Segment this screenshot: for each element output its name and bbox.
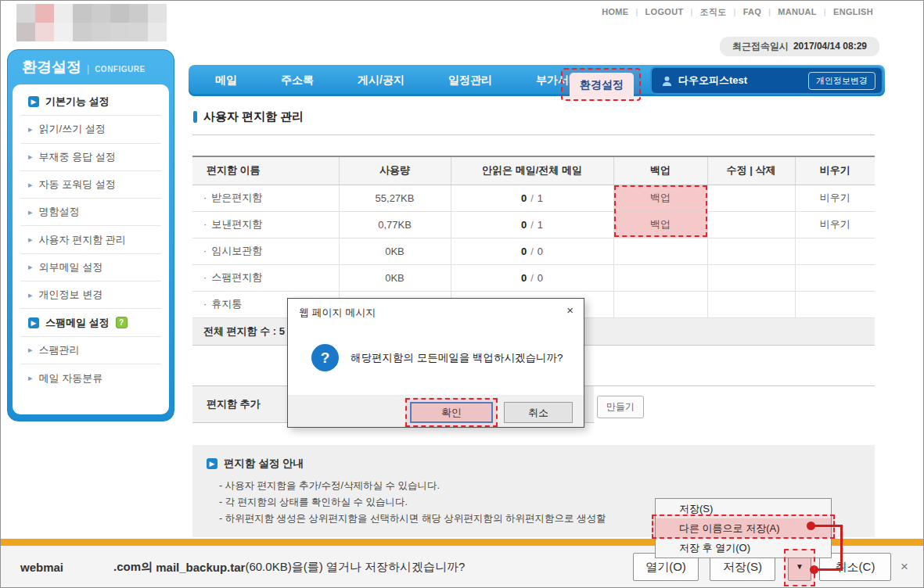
person-icon: [661, 75, 673, 87]
col-empty: 비우기: [795, 156, 875, 185]
link-english[interactable]: ENGLISH: [833, 7, 873, 16]
link-orgchart[interactable]: 조직도: [700, 7, 727, 16]
table-row: 보낸편지함 0,77KB 0/1 백업 비우기: [192, 211, 875, 238]
empty-cell: [795, 264, 875, 291]
last-access-value: 2017/04/14 08:29: [793, 41, 867, 52]
link-faq[interactable]: FAQ: [743, 7, 762, 16]
table-row: 스팸편지함 0KB 0/0: [192, 264, 875, 291]
sidebar-item-spam-settings[interactable]: ▶스팸메일 설정?: [20, 309, 161, 336]
dialog-title: 웹 페이지 메시지: [299, 306, 376, 320]
title-divider: [192, 134, 875, 135]
sidebar-title: 환경설정: [22, 59, 81, 75]
backup-cell: [613, 264, 707, 291]
sidebar-item-personal-info[interactable]: ▸개인정보 변경: [20, 281, 161, 309]
mail-count: 0/1: [451, 185, 613, 211]
user-name: 다우오피스test: [678, 74, 808, 88]
usage-value: 0KB: [339, 238, 451, 264]
mail-count: 0/0: [451, 238, 613, 264]
chevron-right-icon: ▸: [28, 373, 33, 383]
sidebar-header: 환경설정|CONFIGURE: [8, 50, 174, 83]
col-unread-total: 안읽은 메일/전체 메일: [451, 156, 613, 185]
table-row: 임시보관함 0KB 0/0: [192, 238, 875, 264]
chevron-right-icon: ▸: [28, 207, 33, 217]
user-info-panel: 다우오피스test 개인정보변경: [650, 66, 883, 95]
top-utility-links: HOMELOGOUT조직도FAQMANUALENGLISH: [602, 6, 873, 18]
create-mailbox-button[interactable]: 만들기: [597, 396, 644, 418]
sidebar-item-external-mail[interactable]: ▸외부메일 설정: [20, 254, 161, 281]
edit-delete-cell: [707, 211, 795, 238]
chevron-right-icon: ▸: [28, 180, 33, 190]
highlight-ok-button: [405, 398, 498, 427]
site-prefix: webmai: [20, 561, 63, 574]
col-usage: 사용량: [339, 156, 451, 185]
chevron-right-icon: ▸: [28, 290, 33, 300]
backup-cell: [613, 238, 707, 264]
section-arrow-icon: ▶: [28, 317, 39, 328]
highlight-backup-cells: [614, 185, 707, 237]
chevron-right-icon: ▸: [28, 235, 33, 245]
table-header-row: 편지함 이름 사용량 안읽은 메일/전체 메일 백업 수정 | 삭제 비우기: [192, 156, 875, 185]
folder-drafts: 임시보관함: [192, 238, 339, 264]
title-bullet-icon: [193, 111, 197, 123]
settings-sidebar: 환경설정|CONFIGURE ▶기본기능 설정 ▸읽기/쓰기 설정 ▸부재중 응…: [7, 49, 174, 421]
add-mailbox-label: 편지함 추가: [207, 397, 261, 411]
dialog-cancel-button[interactable]: 취소: [504, 402, 573, 423]
notice-arrow-icon: ▶: [207, 458, 218, 469]
sidebar-item-auto-forwarding[interactable]: ▸자동 포워딩 설정: [20, 171, 161, 199]
link-manual[interactable]: MANUAL: [778, 7, 816, 16]
col-edit-delete: 수정 | 삭제: [707, 156, 795, 185]
sidebar-item-away-reply[interactable]: ▸부재중 응답 설정: [20, 144, 161, 171]
link-logout[interactable]: LOGOUT: [645, 7, 684, 16]
dialog-close-icon[interactable]: ×: [566, 303, 573, 317]
download-filename: mail_backup.tar: [156, 561, 245, 574]
sidebar-item-spam-management[interactable]: ▸스팸관리: [20, 337, 161, 364]
table-row: 받은편지함 55,27KB 0/1 백업 비우기: [192, 185, 875, 211]
bar-close-icon[interactable]: ×: [901, 559, 908, 575]
sidebar-menu: ▶기본기능 설정 ▸읽기/쓰기 설정 ▸부재중 응답 설정 ▸자동 포워딩 설정…: [13, 84, 169, 414]
redacted-logo: [16, 4, 167, 41]
empty-folder-link[interactable]: 비우기: [795, 185, 875, 211]
edit-delete-cell: [707, 264, 795, 291]
dialog-message: 해당편지함의 모든메일을 백업하시겠습니까?: [351, 351, 563, 365]
download-message: webmai .com의 mail_backup.tar (60.0KB)을(를…: [20, 546, 465, 588]
sidebar-item-business-card[interactable]: ▸명함설정: [20, 199, 161, 226]
web-page-message-dialog: 웹 페이지 메시지 × ? 해당편지함의 모든메일을 백업하시겠습니까? 확인 …: [287, 298, 584, 428]
tab-schedule[interactable]: 일정관리: [448, 74, 492, 88]
question-icon: ?: [311, 344, 339, 371]
tab-contacts[interactable]: 주소록: [281, 74, 314, 88]
chevron-right-icon: ▸: [28, 262, 33, 272]
download-message-rest: (60.0KB)을(를) 열거나 저장하시겠습니까?: [245, 560, 465, 575]
tab-mail[interactable]: 메일: [215, 74, 237, 88]
tab-board-notice[interactable]: 게시/공지: [358, 74, 404, 88]
sidebar-subtitle: CONFIGURE: [95, 65, 146, 74]
section-arrow-icon: ▶: [28, 96, 39, 107]
link-home[interactable]: HOME: [602, 7, 628, 16]
usage-value: 55,27KB: [339, 185, 451, 211]
notice-title: 편지함 설정 안내: [224, 457, 304, 471]
edit-delete-cell: [707, 238, 795, 264]
highlight-settings-tab: [561, 68, 641, 101]
annotation-line: [815, 568, 843, 571]
sidebar-item-read-write[interactable]: ▸읽기/쓰기 설정: [20, 116, 161, 143]
edit-delete-cell: [707, 291, 795, 317]
empty-folder-link[interactable]: 비우기: [795, 211, 875, 238]
sidebar-item-auto-sorting[interactable]: ▸메일 자동분류: [20, 364, 161, 392]
mail-count: 0/1: [451, 211, 613, 238]
folder-spam: 스팸편지함: [192, 264, 339, 291]
annotation-line: [840, 525, 843, 571]
webmail-settings-page: HOMELOGOUT조직도FAQMANUALENGLISH 최근접속일시2017…: [0, 0, 924, 588]
help-icon[interactable]: ?: [116, 317, 128, 328]
notice-line: - 사용자 편지함을 추가/수정/삭제하실 수 있습니다.: [219, 478, 861, 494]
edit-delete-cell: [707, 185, 795, 211]
col-folder-name: 편지함 이름: [192, 156, 339, 185]
sidebar-item-basic-settings[interactable]: ▶기본기능 설정: [20, 88, 161, 116]
chevron-right-icon: ▸: [28, 124, 33, 134]
folder-sent: 보낸편지함: [192, 211, 339, 238]
backup-cell: [613, 291, 707, 317]
col-backup: 백업: [613, 156, 707, 185]
folder-inbox: 받은편지함: [192, 185, 339, 211]
usage-value: 0KB: [339, 264, 451, 291]
usage-value: 0,77KB: [339, 211, 451, 238]
personal-info-change-button[interactable]: 개인정보변경: [808, 72, 875, 90]
sidebar-item-user-mailbox[interactable]: ▸사용자 편지함 관리: [20, 226, 161, 253]
